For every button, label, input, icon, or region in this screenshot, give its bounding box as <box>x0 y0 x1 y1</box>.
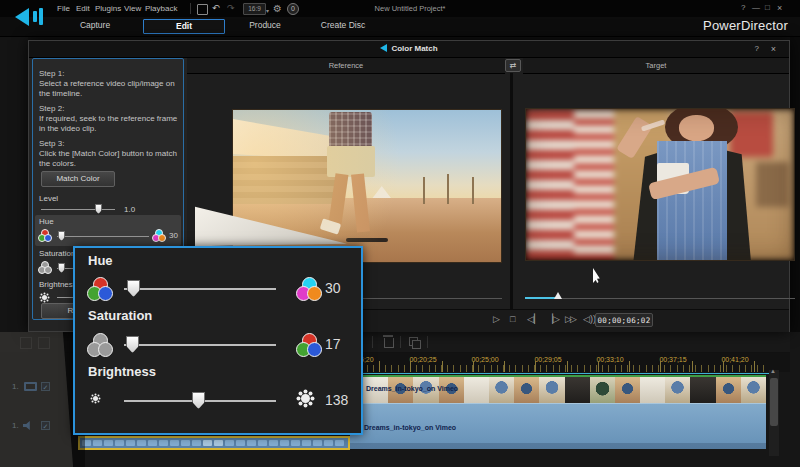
magnifier-saturation-slider[interactable] <box>124 344 276 346</box>
target-pane-header: Target <box>523 58 789 74</box>
volume-icon[interactable]: ◁)) <box>583 314 596 324</box>
pane-divider <box>510 73 513 331</box>
dimmed-left-strip <box>0 36 28 332</box>
magnifier-saturation-result-icon <box>296 333 322 357</box>
step3-title: Setp 3: <box>39 139 64 148</box>
magnifier-saturation-value: 17 <box>325 336 341 352</box>
duplicate-clip-icon[interactable] <box>409 337 418 346</box>
saturation-label: Saturation <box>39 249 75 258</box>
audio-clip[interactable]: Dreams_in-tokyo_on Vimeo <box>350 403 766 449</box>
swap-reference-target-button[interactable]: ⇄ <box>505 59 521 72</box>
dialog-title: Color Match <box>29 44 789 53</box>
playhead-line <box>348 373 770 374</box>
magnifier-brightness-value: 138 <box>325 392 348 408</box>
mode-tab-bar: Capture Edit Produce Create Disc PowerDi… <box>0 17 800 37</box>
settings-gear-icon[interactable]: ⚙ <box>273 3 282 14</box>
selected-clip[interactable] <box>78 436 350 450</box>
magnifier-hue-source-icon <box>87 277 113 301</box>
level-slider-thumb[interactable] <box>95 204 102 214</box>
timecode-display: 00;00;06;02 <box>595 313 653 327</box>
hue-slider[interactable] <box>57 236 149 237</box>
fast-forward-icon[interactable]: ▷▷ <box>565 314 575 324</box>
undo-icon[interactable]: ↶ <box>212 3 220 14</box>
hue-label: Hue <box>39 217 54 226</box>
magnifier-saturation-thumb[interactable] <box>126 336 139 353</box>
magnifier-brightness-label: Brightness <box>88 364 156 379</box>
title-bar: File Edit Plugins View Playback ↶ ↷ 16:9… <box>0 0 800 17</box>
clip-segment-blocks <box>82 440 346 446</box>
redo-icon[interactable]: ↷ <box>227 3 235 14</box>
toolbar-separator <box>190 3 191 14</box>
notification-badge[interactable]: 0 <box>287 3 299 15</box>
tab-edit[interactable]: Edit <box>143 19 225 34</box>
saturation-slider-thumb[interactable] <box>58 263 65 273</box>
hue-source-rgb-icon <box>38 229 52 242</box>
minimize-button[interactable]: — <box>752 3 760 12</box>
level-label: Level <box>39 194 58 203</box>
tab-capture[interactable]: Capture <box>55 19 135 32</box>
previous-frame-icon[interactable]: ◁▏ <box>527 314 541 324</box>
hue-result-rgb-icon <box>152 229 166 242</box>
target-seek-bar[interactable] <box>525 298 795 299</box>
brightness-label: Brightness <box>39 280 77 289</box>
magnifier-brightness-high-icon <box>301 394 310 403</box>
aspect-ratio-select[interactable]: 16:9 <box>243 3 266 15</box>
tab-create-disc[interactable]: Create Disc <box>303 19 383 32</box>
dialog-help-button[interactable]: ? <box>755 44 759 53</box>
magnifier-brightness-low-icon <box>93 396 98 401</box>
ruler-major-ticks <box>348 361 768 372</box>
play-icon[interactable]: ▷ <box>493 314 500 324</box>
brightness-low-icon <box>42 295 47 300</box>
maximize-button[interactable]: □ <box>765 3 770 12</box>
saturation-source-icon <box>38 261 52 274</box>
reference-pane-header: Reference <box>187 58 505 74</box>
magnifier-popup: Hue 30 Saturation 17 Brightness 138 <box>73 246 363 435</box>
magnifier-hue-slider[interactable] <box>124 288 276 290</box>
video-clip[interactable]: Dreams_in-tokyo_on Vimeo <box>363 375 766 403</box>
step2-title: Step 2: <box>39 104 64 113</box>
stop-icon[interactable]: □ <box>510 314 515 324</box>
audio-clip-label: Dreams_in-tokyo_on Vimeo <box>364 424 456 431</box>
dialog-close-button[interactable]: × <box>771 44 776 54</box>
aspect-dropdown-icon[interactable]: ▾ <box>266 6 269 17</box>
menu-file[interactable]: File <box>57 4 70 13</box>
match-color-button[interactable]: Match Color <box>41 171 115 187</box>
target-seek-thumb[interactable] <box>554 292 562 299</box>
next-frame-icon[interactable]: ▕▷ <box>546 314 560 324</box>
scrollbar-thumb[interactable] <box>770 378 778 426</box>
hue-value: 30 <box>169 231 178 240</box>
close-button[interactable]: × <box>777 3 782 13</box>
scroll-up-icon[interactable]: ▲ <box>770 368 776 374</box>
step3-body: Click the [Match Color] button to match … <box>39 149 179 168</box>
timeline-scrollbar[interactable]: ▲ <box>769 370 779 456</box>
save-icon[interactable] <box>197 4 208 15</box>
magnifier-hue-result-icon <box>296 277 322 301</box>
menu-view[interactable]: View <box>124 4 141 13</box>
delete-clip-icon[interactable] <box>384 338 394 348</box>
target-video-frame <box>525 108 795 261</box>
menu-edit[interactable]: Edit <box>76 4 90 13</box>
level-slider[interactable] <box>41 209 115 210</box>
app-logo-icon <box>14 2 48 33</box>
project-title: New Untitled Project* <box>340 4 480 13</box>
video-clip-label: Dreams_in-tokyo_on Vimeo <box>366 385 458 392</box>
magnifier-hue-thumb[interactable] <box>127 280 140 297</box>
menu-plugins[interactable]: Plugins <box>95 4 121 13</box>
brand-logotype: PowerDirector <box>703 18 788 33</box>
level-value: 1.0 <box>124 205 135 214</box>
magnifier-brightness-thumb[interactable] <box>192 392 205 409</box>
menu-playback[interactable]: Playback <box>145 4 177 13</box>
magnifier-saturation-label: Saturation <box>88 308 152 323</box>
step1-title: Step 1: <box>39 69 64 78</box>
help-button[interactable]: ? <box>741 3 745 12</box>
dialog-header[interactable]: Color Match ? × <box>29 41 789 58</box>
dialog-logo-icon <box>380 44 387 52</box>
magnifier-hue-label: Hue <box>88 253 113 268</box>
step2-body: If required, seek to the reference frame… <box>39 114 179 133</box>
step1-body: Select a reference video clip/image on t… <box>39 79 179 98</box>
magnifier-saturation-source-icon <box>87 333 113 357</box>
powerdirector-window: File Edit Plugins View Playback ↶ ↷ 16:9… <box>0 0 800 467</box>
magnifier-hue-value: 30 <box>325 280 341 296</box>
tab-produce[interactable]: Produce <box>227 19 303 32</box>
